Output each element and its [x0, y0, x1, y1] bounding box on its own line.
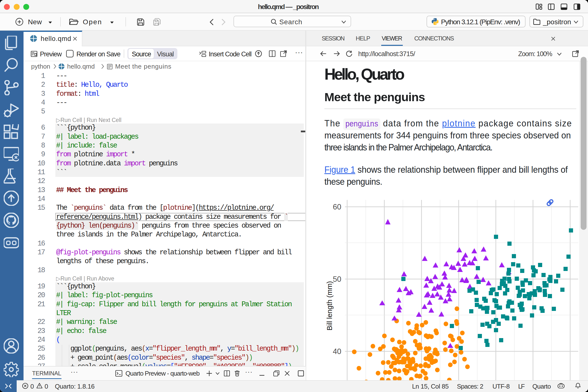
svg-text:Bill length (mm): Bill length (mm)	[326, 281, 334, 330]
svg-text:40: 40	[333, 347, 341, 356]
svg-text:60: 60	[333, 202, 341, 211]
svg-text:50: 50	[333, 275, 341, 284]
